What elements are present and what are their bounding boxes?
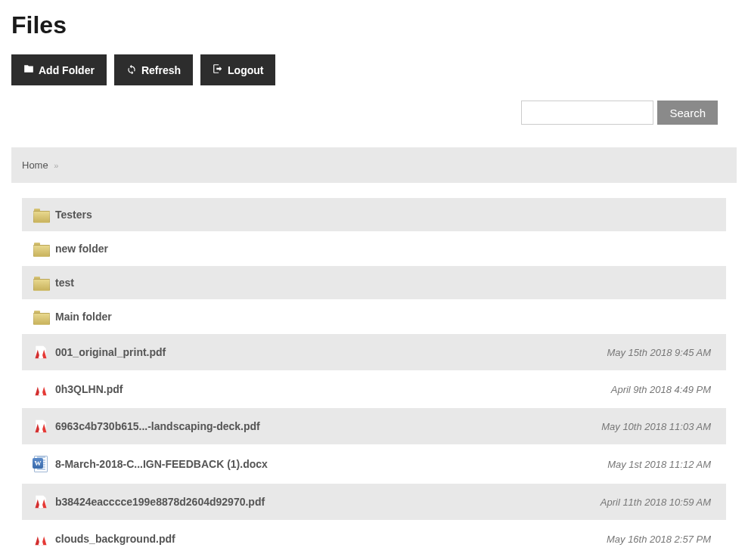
file-list: Testersnew foldertestMain folder001_orig… xyxy=(11,198,737,558)
pdf-icon xyxy=(33,382,48,397)
logout-icon xyxy=(213,63,223,76)
file-row[interactable]: clouds_background.pdfMay 16th 2018 2:57 … xyxy=(22,521,726,558)
file-row[interactable]: 6963c4b730b615...-landscaping-deck.pdfMa… xyxy=(22,408,726,445)
pdf-icon xyxy=(33,531,48,546)
page-title: Files xyxy=(11,11,737,39)
row-icon xyxy=(29,531,52,546)
file-row[interactable]: W8-March-2018-C...IGN-FEEDBACK (1).docxM… xyxy=(22,445,726,484)
refresh-icon xyxy=(126,63,137,76)
row-date: April 11th 2018 10:59 AM xyxy=(601,497,719,508)
row-icon xyxy=(29,311,52,323)
add-folder-label: Add Folder xyxy=(39,64,95,76)
row-date: May 10th 2018 11:03 AM xyxy=(601,421,719,432)
logout-label: Logout xyxy=(228,64,263,76)
refresh-label: Refresh xyxy=(141,64,181,76)
row-icon xyxy=(29,345,52,360)
chevron-right-icon: » xyxy=(54,161,58,170)
row-date: May 15th 2018 9:45 AM xyxy=(607,347,719,358)
search-row: Search xyxy=(11,101,737,125)
folder-icon xyxy=(23,63,34,76)
row-icon xyxy=(29,209,52,221)
logout-button[interactable]: Logout xyxy=(200,54,275,85)
toolbar: Add Folder Refresh Logout xyxy=(11,54,737,85)
row-name[interactable]: 001_original_print.pdf xyxy=(52,346,607,358)
row-name[interactable]: 6963c4b730b615...-landscaping-deck.pdf xyxy=(52,420,601,432)
row-name[interactable]: test xyxy=(52,277,711,289)
folder-row[interactable]: new folder xyxy=(22,232,726,266)
row-icon: W xyxy=(29,456,52,472)
row-name[interactable]: Main folder xyxy=(52,311,711,323)
row-name[interactable]: 0h3QLHN.pdf xyxy=(52,383,611,395)
breadcrumb-home[interactable]: Home xyxy=(22,159,48,171)
row-icon xyxy=(29,382,52,397)
add-folder-button[interactable]: Add Folder xyxy=(11,54,107,85)
pdf-icon xyxy=(33,494,48,509)
row-name[interactable]: clouds_background.pdf xyxy=(52,533,607,545)
row-icon xyxy=(29,494,52,509)
refresh-button[interactable]: Refresh xyxy=(114,54,193,85)
folder-icon xyxy=(33,311,48,323)
folder-row[interactable]: Main folder xyxy=(22,300,726,334)
folder-icon xyxy=(33,243,48,255)
folder-row[interactable]: test xyxy=(22,266,726,300)
row-name[interactable]: 8-March-2018-C...IGN-FEEDBACK (1).docx xyxy=(52,458,607,470)
file-row[interactable]: 0h3QLHN.pdfApril 9th 2018 4:49 PM xyxy=(22,371,726,408)
folder-icon xyxy=(33,209,48,221)
row-date: April 9th 2018 4:49 PM xyxy=(611,384,719,395)
row-name[interactable]: Testers xyxy=(52,209,711,221)
folder-row[interactable]: Testers xyxy=(22,198,726,232)
row-date: May 1st 2018 11:12 AM xyxy=(607,459,719,470)
row-icon xyxy=(29,277,52,289)
file-row[interactable]: b38424eacccce199e8878d2604d92970.pdfApri… xyxy=(22,484,726,521)
row-name[interactable]: b38424eacccce199e8878d2604d92970.pdf xyxy=(52,496,601,508)
pdf-icon xyxy=(33,345,48,360)
folder-icon xyxy=(33,277,48,289)
pdf-icon xyxy=(33,419,48,434)
file-row[interactable]: 001_original_print.pdfMay 15th 2018 9:45… xyxy=(22,334,726,371)
row-icon xyxy=(29,243,52,255)
search-input[interactable] xyxy=(521,101,653,125)
row-date: May 16th 2018 2:57 PM xyxy=(607,534,719,545)
search-button[interactable]: Search xyxy=(657,101,718,125)
row-name[interactable]: new folder xyxy=(52,243,711,255)
row-icon xyxy=(29,419,52,434)
breadcrumb: Home » xyxy=(11,147,737,183)
word-doc-icon: W xyxy=(33,456,49,472)
